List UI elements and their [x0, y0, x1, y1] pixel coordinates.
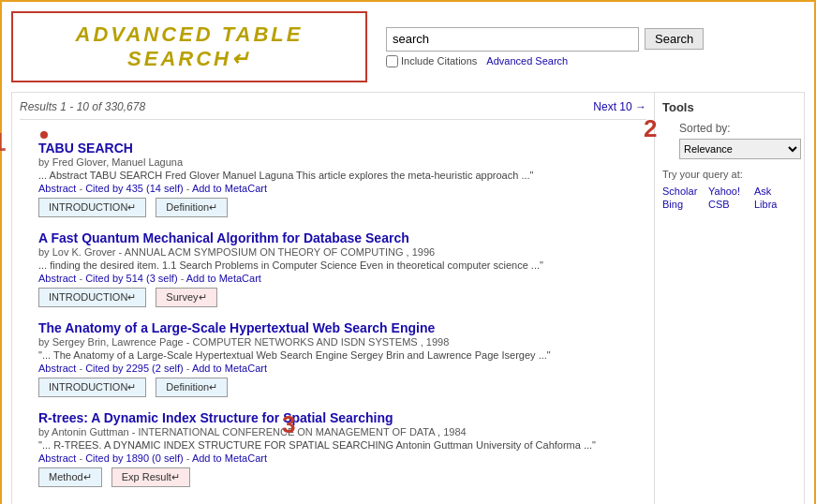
search-button[interactable]: Search: [645, 28, 704, 50]
search-input[interactable]: [386, 27, 639, 52]
result-1-abstract[interactable]: Abstract: [38, 183, 76, 194]
result-1-links: Abstract - Cited by 435 (14 self) - Add …: [38, 183, 646, 194]
result-3-badges: INTRODUCTION↵ Definition↵: [38, 378, 646, 397]
result-1-badge-intro[interactable]: INTRODUCTION↵: [38, 198, 146, 217]
result-3-cited[interactable]: Cited by 2295 (2 self): [85, 363, 184, 374]
annotation-2: 2: [644, 114, 657, 143]
logo-box: ADVANCED TABLE SEARCH↵: [11, 11, 367, 82]
result-item-1: 1 TABU SEARCH by Fred Glover, Manuel Lag…: [20, 127, 646, 217]
result-2-snippet: ... finding the desired item. 1.1 Search…: [38, 259, 646, 271]
main-container: ADVANCED TABLE SEARCH↵ Search Include Ci…: [0, 0, 816, 504]
result-3-badge-intro[interactable]: INTRODUCTION↵: [38, 378, 146, 397]
logo-text: ADVANCED TABLE SEARCH↵: [76, 22, 304, 70]
results-area: Results 1 - 10 of 330,678 Next 10 → 1 TA…: [11, 92, 655, 504]
result-item-2: A Fast Quantum Mechanical Algorithm for …: [20, 230, 646, 307]
bullet-dot-1: [40, 131, 48, 139]
result-1-metacart[interactable]: Add to MetaCart: [192, 183, 267, 194]
annotation-3: 3: [282, 410, 295, 439]
result-2-links: Abstract - Cited by 514 (3 self) - Add t…: [38, 273, 646, 284]
result-item-3: The Anatomy of a Large-Scale Hypertextua…: [20, 320, 646, 397]
sorted-by-label: Sorted by:: [679, 122, 796, 135]
result-1-badge-def[interactable]: Definition↵: [156, 198, 228, 217]
top-bar: ADVANCED TABLE SEARCH↵ Search Include Ci…: [11, 11, 805, 82]
tools-title: Tools: [662, 100, 796, 114]
result-2-badges: INTRODUCTION↵ Survey↵: [38, 288, 646, 307]
sorted-by-section: 2 Sorted by: Relevance Date Citations: [662, 122, 796, 169]
result-1-content: TABU SEARCH by Fred Glover, Manuel Lagun…: [38, 141, 646, 217]
results-header: Results 1 - 10 of 330,678 Next 10 →: [20, 100, 646, 120]
ext-link-scholar[interactable]: Scholar: [662, 185, 705, 197]
result-2-metacart[interactable]: Add to MetaCart: [186, 273, 261, 284]
search-row: Search: [386, 27, 704, 52]
ext-link-bing[interactable]: Bing: [662, 199, 705, 210]
result-2-title[interactable]: A Fast Quantum Mechanical Algorithm for …: [38, 230, 409, 245]
result-3-title[interactable]: The Anatomy of a Large-Scale Hypertextua…: [38, 320, 435, 335]
result-2-authors: by Lov K. Grover - ANNUAL ACM SYMPOSIUM …: [38, 246, 646, 258]
advanced-search-link[interactable]: Advanced Search: [486, 55, 568, 67]
result-4-snippet: "... R-TREES. A DYNAMIC INDEX STRUCTURE …: [38, 439, 646, 451]
ext-link-yahoo[interactable]: Yahoo!: [708, 185, 750, 197]
result-1-snippet: ... Abstract TABU SEARCH Fred Glover Man…: [38, 170, 646, 181]
sorted-by-select[interactable]: Relevance Date Citations: [679, 139, 801, 159]
search-area: Search Include Citations Advanced Search: [386, 27, 704, 67]
annotation-1: 1: [0, 127, 7, 157]
ext-link-ask[interactable]: Ask: [754, 185, 796, 197]
include-citations-label[interactable]: Include Citations: [386, 55, 477, 67]
result-2-badge-intro[interactable]: INTRODUCTION↵: [38, 288, 146, 307]
result-1-badges: INTRODUCTION↵ Definition↵: [38, 198, 646, 217]
result-2-cited[interactable]: Cited by 514 (3 self): [85, 273, 177, 284]
result-3-snippet: "... The Anatomy of a Large-Scale Hypert…: [38, 349, 646, 361]
result-1-authors: by Fred Glover, Manuel Laguna: [38, 156, 646, 168]
tools-panel: Tools 2 Sorted by: Relevance Date Citati…: [655, 92, 805, 504]
result-1-title[interactable]: TABU SEARCH: [38, 141, 133, 156]
result-2-abstract[interactable]: Abstract: [38, 273, 76, 284]
result-3-authors: by Sergey Brin, Lawrence Page - COMPUTER…: [38, 336, 646, 348]
result-1-cited[interactable]: Cited by 435 (14 self): [85, 183, 184, 194]
result-4-cited[interactable]: Cited by 1890 (0 self): [85, 452, 184, 464]
result-4-badges: Method↵ Exp Result↵: [38, 467, 646, 487]
result-4-badge-exp[interactable]: Exp Result↵: [111, 467, 190, 487]
result-3-links: Abstract - Cited by 2295 (2 self) - Add …: [38, 363, 646, 374]
result-4-title[interactable]: R-trees: A Dynamic Index Structure for S…: [38, 410, 393, 425]
main-content: Results 1 - 10 of 330,678 Next 10 → 1 TA…: [11, 92, 805, 504]
result-3-badge-def[interactable]: Definition↵: [156, 378, 228, 397]
result-3-metacart[interactable]: Add to MetaCart: [192, 363, 267, 374]
result-4-abstract[interactable]: Abstract: [38, 452, 76, 464]
result-4-authors: by Antonin Guttman - INTERNATIONAL CONFE…: [38, 426, 646, 437]
result-4-badge-method[interactable]: Method↵: [38, 467, 102, 487]
search-links: Include Citations Advanced Search: [386, 55, 704, 67]
next-link[interactable]: Next 10 →: [593, 100, 646, 113]
include-citations-checkbox[interactable]: [386, 55, 398, 67]
result-4-metacart[interactable]: Add to MetaCart: [192, 452, 267, 464]
try-query-label: Try your query at:: [662, 169, 796, 180]
result-2-badge-survey[interactable]: Survey↵: [156, 288, 216, 307]
ext-link-csb[interactable]: CSB: [708, 199, 750, 210]
result-item-4: 3 R-trees: A Dynamic Index Structure for…: [20, 410, 646, 487]
result-4-links: Abstract - Cited by 1890 (0 self) - Add …: [38, 452, 646, 464]
result-3-abstract[interactable]: Abstract: [38, 363, 76, 374]
results-count: Results 1 - 10 of 330,678: [20, 100, 145, 113]
ext-link-libra[interactable]: Libra: [754, 199, 796, 210]
external-links-grid: Scholar Yahoo! Ask Bing CSB Libra: [662, 185, 796, 210]
